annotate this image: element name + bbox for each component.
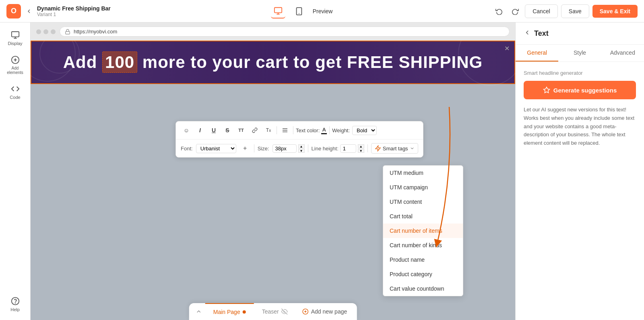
line-height-label: Line height:: [312, 146, 339, 152]
redo-button[interactable]: [509, 5, 522, 18]
clear-format-button[interactable]: Tx: [263, 125, 274, 136]
tab-advanced[interactable]: Advanced: [601, 45, 644, 62]
banner-text: Add 100 more to your cart to get FREE SH…: [63, 53, 483, 72]
browser-addressbar[interactable]: https://myobvi.com: [60, 27, 510, 37]
tab-style[interactable]: Style: [558, 45, 601, 62]
size-input-wrap: ▲ ▼: [272, 144, 305, 153]
tab-teaser[interactable]: Teaser: [254, 304, 296, 320]
weight-select[interactable]: Bold: [352, 126, 377, 135]
lightning-icon: [375, 145, 381, 152]
size-down-button[interactable]: ▼: [298, 149, 305, 153]
line-height-input[interactable]: [340, 144, 356, 153]
add-page-button[interactable]: Add new page: [296, 305, 354, 318]
dropdown-item-product-name[interactable]: Product name: [383, 252, 463, 267]
text-color-label: Text color:: [296, 127, 320, 133]
caps-button[interactable]: TT: [235, 125, 247, 136]
page-title-block: Dynamic Free Shipping Bar Variant 1: [37, 5, 111, 17]
browser-dots: [36, 29, 56, 34]
italic-button[interactable]: I: [194, 125, 206, 136]
link-button[interactable]: [249, 125, 260, 136]
toolbar-divider-2: [293, 126, 293, 134]
page-title: Dynamic Free Shipping Bar: [37, 5, 111, 12]
shipping-banner[interactable]: Add 100 more to your cart to get FREE SH…: [31, 41, 515, 84]
sidebar-item-code-label: Code: [10, 95, 20, 100]
add-page-label: Add new page: [311, 308, 347, 315]
line-height-wrap: Line height: ▲ ▼: [312, 144, 364, 153]
desktop-view-button[interactable]: [271, 4, 285, 18]
page-subtitle: Variant 1: [37, 12, 111, 17]
right-panel-tabs: General Style Advanced: [516, 45, 644, 62]
weight-control: Weight: Bold: [332, 126, 377, 135]
svg-marker-17: [376, 146, 380, 151]
mobile-view-button[interactable]: [292, 4, 306, 18]
right-panel-header: Text: [516, 23, 644, 45]
size-input[interactable]: [272, 144, 297, 153]
size-up-button[interactable]: ▲: [298, 144, 305, 148]
smart-tags-label: Smart tags: [383, 146, 408, 152]
back-button[interactable]: [26, 8, 32, 14]
color-indicator: [321, 133, 327, 134]
url-text: https://myobvi.com: [74, 29, 117, 35]
text-color-control[interactable]: Text color: A: [296, 127, 327, 134]
font-select[interactable]: Urbanist: [196, 144, 236, 153]
preview-label: Preview: [313, 8, 333, 14]
underline-button[interactable]: U: [208, 125, 219, 136]
generate-btn-label: Generate suggestions: [553, 87, 617, 94]
svg-rect-0: [274, 7, 281, 12]
lh-down-button[interactable]: ▼: [358, 149, 364, 153]
topbar-actions: Cancel Save Save & Exit: [493, 4, 638, 18]
smart-tags-button[interactable]: Smart tags: [371, 143, 418, 154]
lh-up-button[interactable]: ▲: [358, 144, 364, 148]
svg-marker-22: [543, 87, 549, 93]
generate-suggestions-button[interactable]: Generate suggestions: [524, 81, 636, 99]
app-logo: O: [6, 4, 21, 18]
sidebar-item-add-elements[interactable]: Add elements: [2, 52, 28, 78]
sidebar-item-display[interactable]: Display: [2, 27, 28, 49]
page-content: Edit mode Add 100 more to your cart to g…: [31, 41, 515, 320]
banner-close-button[interactable]: ✕: [504, 45, 510, 52]
svg-rect-5: [11, 32, 19, 37]
tab-teaser-label: Teaser: [262, 308, 279, 315]
emoji-button[interactable]: ☺: [181, 125, 192, 136]
right-panel-title: Text: [534, 29, 549, 38]
dropdown-item-cart-value-countdown[interactable]: Cart value countdown: [383, 281, 463, 296]
line-height-stepper[interactable]: ▲ ▼: [358, 144, 364, 153]
sidebar-item-help[interactable]: Help: [2, 293, 28, 315]
dropdown-item-utm-campaign[interactable]: UTM campaign: [383, 180, 463, 195]
dropdown-item-utm-content[interactable]: UTM content: [383, 195, 463, 209]
dropdown-item-cart-number-kinds[interactable]: Cart number of kinds: [383, 238, 463, 252]
save-button[interactable]: Save: [561, 4, 589, 18]
browser-chrome: https://myobvi.com: [31, 23, 515, 41]
weight-label: Weight:: [332, 127, 350, 133]
banner-text-after: more to your cart to get FREE SHIPPING: [137, 53, 483, 72]
dropdown-item-utm-medium[interactable]: UTM medium: [383, 166, 463, 180]
sidebar-item-code[interactable]: Code: [2, 81, 28, 103]
size-stepper[interactable]: ▲ ▼: [298, 144, 305, 153]
lock-icon: [65, 29, 70, 35]
strikethrough-button[interactable]: S: [222, 125, 233, 136]
tabs-collapse-button[interactable]: [192, 305, 205, 318]
ai-description: Let our AI suggest new versions for this…: [524, 106, 636, 148]
sidebar-item-help-label: Help: [10, 307, 20, 312]
font-label: Font:: [181, 146, 193, 152]
dropdown-item-cart-total[interactable]: Cart total: [383, 209, 463, 224]
plus-circle-icon: [302, 308, 309, 315]
dropdown-item-cart-number-items[interactable]: Cart number of items: [383, 224, 463, 238]
size-label: Size:: [258, 146, 269, 152]
text-toolbar: ☺ I U S TT Tx Text color:: [175, 121, 423, 158]
banner-text-before: Add: [63, 53, 102, 72]
right-panel-body: Smart headline generator Generate sugges…: [516, 62, 644, 320]
align-button[interactable]: [279, 125, 291, 136]
banner-container: Edit mode Add 100 more to your cart to g…: [31, 41, 515, 84]
undo-button[interactable]: [493, 5, 506, 18]
topbar: O Dynamic Free Shipping Bar Variant 1 Pr…: [0, 0, 644, 23]
dropdown-item-product-category[interactable]: Product category: [383, 267, 463, 281]
banner-text-highlight: 100: [102, 51, 137, 73]
tab-main-page[interactable]: Main Page: [205, 303, 254, 320]
tab-general[interactable]: General: [516, 45, 558, 62]
bottom-tabs: Main Page Teaser Add new page: [189, 303, 357, 320]
save-exit-button[interactable]: Save & Exit: [592, 5, 638, 18]
cancel-button[interactable]: Cancel: [525, 4, 558, 18]
add-font-button[interactable]: +: [239, 143, 251, 154]
right-panel-back-button[interactable]: [524, 29, 531, 38]
